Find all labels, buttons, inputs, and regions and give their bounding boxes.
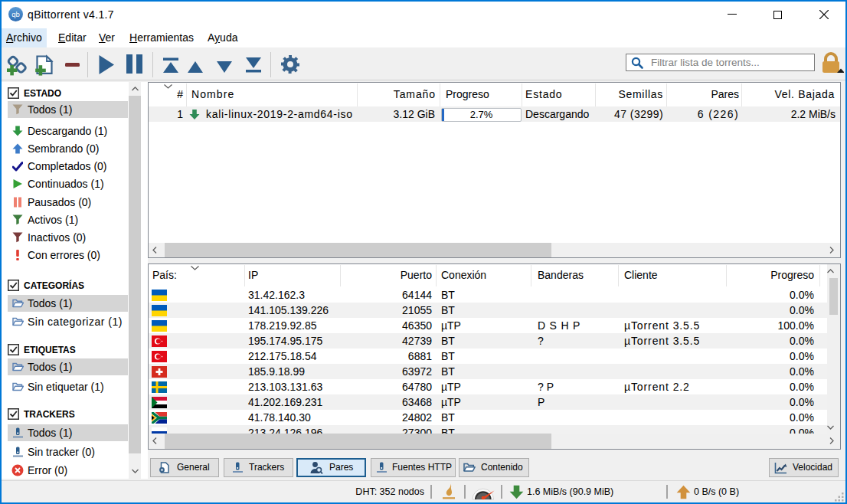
svg-text:qb: qb: [11, 10, 20, 18]
